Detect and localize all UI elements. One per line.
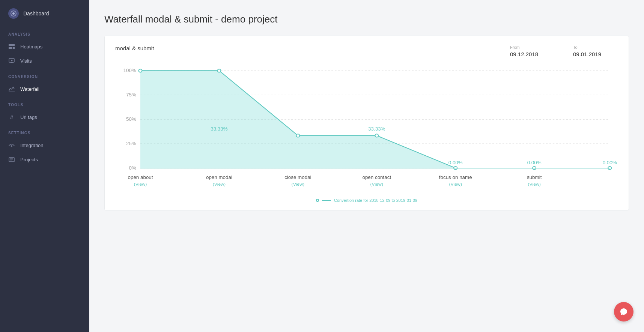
svg-text:(View): (View) bbox=[213, 182, 226, 187]
section-analysis: ANALYSIS bbox=[0, 26, 89, 39]
svg-text:0%: 0% bbox=[129, 165, 136, 171]
waterfall-label: Waterfall bbox=[20, 86, 39, 92]
chart-card: modal & submit From 09.12.2018 To 09.01.… bbox=[104, 36, 629, 210]
date-from-label: From bbox=[510, 45, 555, 50]
svg-rect-4 bbox=[9, 47, 12, 49]
projects-label: Projects bbox=[20, 157, 38, 162]
chart-dot-0 bbox=[139, 69, 142, 72]
chart-dot-2 bbox=[296, 134, 299, 137]
svg-rect-2 bbox=[9, 44, 11, 46]
sidebar-item-integration[interactable]: </> Integration bbox=[0, 138, 89, 152]
svg-text:open modal: open modal bbox=[206, 174, 232, 180]
svg-text:0.00%: 0.00% bbox=[527, 160, 542, 165]
date-from-value[interactable]: 09.12.2018 bbox=[510, 51, 555, 59]
svg-text:100%: 100% bbox=[123, 68, 136, 73]
heatmaps-label: Heatmaps bbox=[20, 44, 42, 50]
svg-text:50%: 50% bbox=[126, 117, 136, 122]
svg-text:25%: 25% bbox=[126, 141, 136, 146]
svg-text:close modal: close modal bbox=[284, 174, 311, 180]
sidebar-item-heatmaps[interactable]: Heatmaps bbox=[0, 39, 89, 54]
date-to-field: To 09.01.2019 bbox=[573, 45, 618, 59]
waterfall-chart-area: 100% 75% 50% 25% 0% bbox=[115, 67, 618, 194]
waterfall-svg: 100% 75% 50% 25% 0% bbox=[115, 67, 618, 194]
sidebar-item-projects[interactable]: Projects bbox=[0, 152, 89, 167]
svg-text:open about: open about bbox=[128, 174, 153, 180]
svg-text:open contact: open contact bbox=[362, 174, 391, 180]
sidebar: Dashboard ANALYSIS Heatmaps Visits CONVE… bbox=[0, 0, 89, 332]
svg-text:(View): (View) bbox=[449, 182, 462, 187]
visits-icon bbox=[8, 57, 15, 64]
svg-text:(View): (View) bbox=[370, 182, 384, 187]
chart-dot-3 bbox=[375, 134, 378, 137]
svg-rect-5 bbox=[13, 47, 15, 49]
svg-point-1 bbox=[12, 12, 15, 15]
dashboard-label: Dashboard bbox=[23, 11, 49, 17]
legend-line bbox=[322, 200, 331, 201]
section-tools: TOOLS bbox=[0, 96, 89, 110]
heatmaps-icon bbox=[8, 43, 15, 50]
svg-text:(View): (View) bbox=[134, 182, 147, 187]
main-content: Waterfall modal & submit - demo project … bbox=[89, 0, 644, 332]
chart-card-header: modal & submit From 09.12.2018 To 09.01.… bbox=[115, 45, 618, 59]
svg-text:submit: submit bbox=[527, 174, 542, 180]
integration-icon: </> bbox=[8, 142, 15, 149]
page-title: Waterfall modal & submit - demo project bbox=[104, 14, 629, 25]
svg-text:33.33%: 33.33% bbox=[368, 126, 385, 131]
chart-title: modal & submit bbox=[115, 45, 154, 51]
legend-dot bbox=[316, 199, 319, 202]
sidebar-item-url-tags[interactable]: # Url tags bbox=[0, 110, 89, 124]
date-to-value[interactable]: 09.01.2019 bbox=[573, 51, 618, 59]
sidebar-item-visits[interactable]: Visits bbox=[0, 54, 89, 68]
svg-text:0.00%: 0.00% bbox=[448, 160, 463, 165]
chart-dot-1 bbox=[217, 69, 221, 72]
projects-icon bbox=[8, 156, 15, 163]
url-tags-icon: # bbox=[8, 114, 15, 120]
date-range: From 09.12.2018 To 09.01.2019 bbox=[510, 45, 618, 59]
section-settings: SETTINGS bbox=[0, 124, 89, 138]
svg-text:(View): (View) bbox=[292, 182, 305, 187]
svg-text:0.00%: 0.00% bbox=[603, 160, 617, 165]
svg-marker-9 bbox=[11, 60, 13, 62]
date-from-field: From 09.12.2018 bbox=[510, 45, 555, 59]
integration-label: Integration bbox=[20, 143, 43, 148]
svg-text:(View): (View) bbox=[528, 182, 541, 187]
sidebar-logo[interactable]: Dashboard bbox=[0, 0, 89, 26]
chat-button[interactable] bbox=[614, 302, 633, 321]
waterfall-icon bbox=[8, 86, 15, 92]
sidebar-item-waterfall[interactable]: Waterfall bbox=[0, 82, 89, 96]
visits-label: Visits bbox=[20, 58, 32, 64]
svg-rect-3 bbox=[11, 44, 15, 46]
section-conversion: CONVERSION bbox=[0, 68, 89, 82]
url-tags-label: Url tags bbox=[20, 114, 37, 120]
svg-text:75%: 75% bbox=[126, 92, 136, 98]
chart-legend: Convertion rate for 2018-12-09 to 2019-0… bbox=[115, 198, 618, 203]
date-to-label: To bbox=[573, 45, 618, 50]
dashboard-icon bbox=[8, 8, 19, 19]
svg-text:focus on name: focus on name bbox=[439, 174, 472, 180]
legend-text: Convertion rate for 2018-12-09 to 2019-0… bbox=[334, 198, 417, 203]
svg-text:33.33%: 33.33% bbox=[211, 126, 227, 131]
